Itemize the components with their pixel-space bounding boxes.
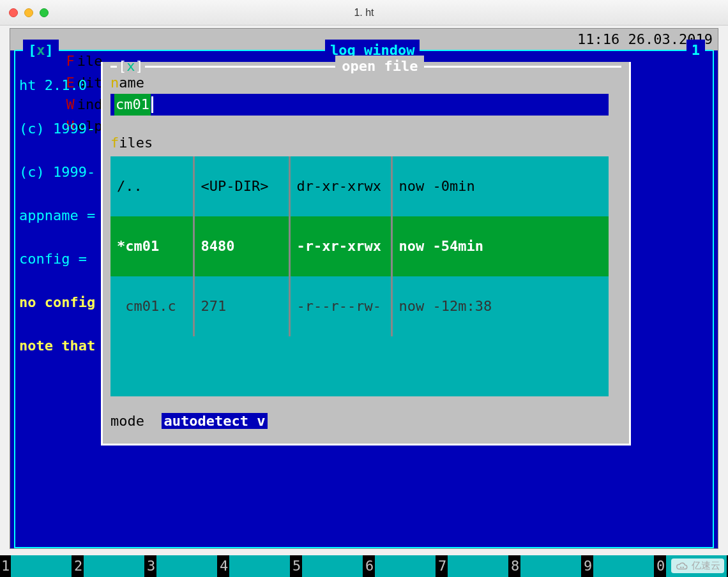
log-window-close[interactable]: [x] — [23, 40, 59, 61]
fnkey-2[interactable]: 2 — [73, 555, 146, 577]
fnkey-1[interactable]: 1 — [0, 555, 73, 577]
watermark: 亿速云 — [671, 558, 724, 573]
svg-point-1 — [683, 566, 684, 567]
table-row[interactable]: /.. <UP-DIR> dr-xr-xrwx now -0min — [110, 156, 609, 216]
open-file-dialog: [x] open file name cm01 files /.. <UP- — [101, 62, 631, 446]
fnkey-7[interactable]: 7 — [437, 555, 510, 577]
mode-row: mode autodetect v — [110, 410, 621, 432]
table-row[interactable]: cm01.c 271 -r--r--rw- now -12m:38 — [110, 276, 609, 336]
fnkey-4[interactable]: 4 — [218, 555, 291, 577]
files-label: files — [110, 132, 621, 154]
dialog-title: open file — [335, 56, 424, 77]
name-input[interactable]: cm01 — [110, 94, 609, 116]
fn-keybar: 1 2 3 4 5 6 7 8 9 0 — [0, 555, 728, 577]
macos-titlebar: 1. ht — [0, 0, 728, 26]
log-window-number: 1 — [686, 40, 705, 61]
dialog-close[interactable]: [x] — [117, 56, 145, 77]
svg-point-0 — [680, 566, 681, 567]
table-row[interactable]: *cm01 8480 -r-xr-xrwx now -54min — [110, 216, 609, 276]
text-cursor-icon — [151, 96, 153, 113]
log-window: [x] log window 1 ht 2.1.0 (c) 1999- (c) … — [14, 50, 714, 548]
file-list[interactable]: /.. <UP-DIR> dr-xr-xrwx now -0min *cm01 … — [110, 156, 609, 396]
fnkey-5[interactable]: 5 — [291, 555, 364, 577]
terminal: File Edit Windows Help 11:16 26.03.2019 … — [10, 29, 718, 548]
mode-select[interactable]: autodetect v — [162, 413, 268, 429]
name-input-value: cm01 — [114, 94, 151, 116]
cloud-icon — [675, 560, 689, 572]
window-title: 1. ht — [0, 7, 728, 19]
terminal-frame: File Edit Windows Help 11:16 26.03.2019 … — [10, 28, 718, 549]
fnkey-8[interactable]: 8 — [510, 555, 582, 577]
fnkey-9[interactable]: 9 — [582, 555, 655, 577]
fnkey-6[interactable]: 6 — [364, 555, 437, 577]
fnkey-3[interactable]: 3 — [146, 555, 218, 577]
